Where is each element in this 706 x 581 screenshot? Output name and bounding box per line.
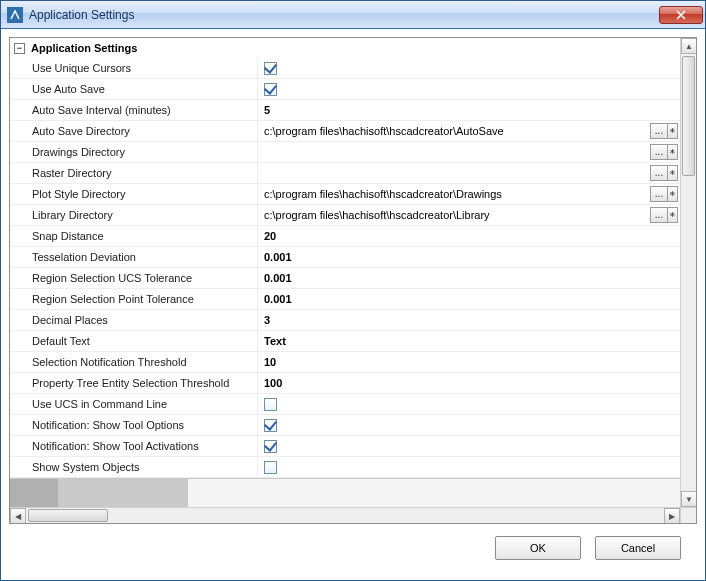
prop-row: Library Directory c:\program files\hachi… [10,205,680,226]
prop-row: Raster Directory ... ∗ [10,163,680,184]
prop-value[interactable]: 0.001 [258,247,680,267]
checkbox-notif-tool-options[interactable] [264,419,277,432]
prop-row: Decimal Places 3 [10,310,680,331]
ok-button[interactable]: OK [495,536,581,560]
path-text: c:\program files\hachisoft\hscadcreator\… [264,125,504,137]
prop-label: Use Unique Cursors [10,58,258,78]
browse-button[interactable]: ... [650,123,668,139]
prop-row: Notification: Show Tool Options [10,415,680,436]
prop-label: Tesselation Deviation [10,247,258,267]
prop-row: Tesselation Deviation 0.001 [10,247,680,268]
dropdown-aux-button[interactable]: ∗ [668,186,678,202]
scroll-down-arrow[interactable]: ▼ [681,491,697,507]
window-title: Application Settings [29,8,134,22]
browse-button[interactable]: ... [650,207,668,223]
prop-row: Region Selection Point Tolerance 0.001 [10,289,680,310]
dialog-button-row: OK Cancel [9,524,697,572]
prop-value[interactable]: 100 [258,373,680,393]
browse-button[interactable]: ... [650,186,668,202]
vertical-scrollbar[interactable]: ▲ ▼ [680,38,696,507]
prop-value[interactable]: 3 [258,310,680,330]
prop-label: Drawings Directory [10,142,258,162]
prop-row: Selection Notification Threshold 10 [10,352,680,373]
cancel-button[interactable]: Cancel [595,536,681,560]
dropdown-aux-button[interactable]: ∗ [668,207,678,223]
description-pane [10,478,680,507]
prop-label: Snap Distance [10,226,258,246]
prop-row: Region Selection UCS Tolerance 0.001 [10,268,680,289]
prop-label: Plot Style Directory [10,184,258,204]
group-header: − Application Settings [10,38,680,58]
prop-label: Raster Directory [10,163,258,183]
checkbox-use-ucs-cmdline[interactable] [264,398,277,411]
settings-window: Application Settings − Application Setti… [0,0,706,581]
prop-value[interactable]: ... ∗ [258,142,680,162]
group-title: Application Settings [31,42,137,54]
prop-value[interactable]: c:\program files\hachisoft\hscadcreator\… [258,121,680,141]
prop-value[interactable]: ... ∗ [258,163,680,183]
titlebar[interactable]: Application Settings [1,1,705,29]
dropdown-aux-button[interactable]: ∗ [668,123,678,139]
prop-label: Show System Objects [10,457,258,477]
property-grid: − Application Settings Use Unique Cursor… [9,37,697,524]
close-button[interactable] [659,6,703,24]
prop-row: Plot Style Directory c:\program files\ha… [10,184,680,205]
prop-label: Auto Save Interval (minutes) [10,100,258,120]
browse-button[interactable]: ... [650,144,668,160]
checkbox-use-unique-cursors[interactable] [264,62,277,75]
prop-row: Use Auto Save [10,79,680,100]
prop-row: Use Unique Cursors [10,58,680,79]
prop-value[interactable]: Text [258,331,680,351]
prop-label: Auto Save Directory [10,121,258,141]
prop-label: Use UCS in Command Line [10,394,258,414]
prop-label: Region Selection UCS Tolerance [10,268,258,288]
checkbox-use-auto-save[interactable] [264,83,277,96]
prop-row: Show System Objects [10,457,680,478]
prop-label: Notification: Show Tool Activations [10,436,258,456]
prop-value[interactable]: 20 [258,226,680,246]
prop-row: Snap Distance 20 [10,226,680,247]
prop-row: Default Text Text [10,331,680,352]
prop-label: Notification: Show Tool Options [10,415,258,435]
prop-row: Drawings Directory ... ∗ [10,142,680,163]
prop-label: Property Tree Entity Selection Threshold [10,373,258,393]
prop-row: Notification: Show Tool Activations [10,436,680,457]
checkbox-show-system-objects[interactable] [264,461,277,474]
prop-label: Selection Notification Threshold [10,352,258,372]
app-icon [7,7,23,23]
scroll-corner [680,507,696,523]
dropdown-aux-button[interactable]: ∗ [668,144,678,160]
scroll-right-arrow[interactable]: ▶ [664,508,680,524]
prop-label: Decimal Places [10,310,258,330]
scroll-thumb-h[interactable] [28,509,108,522]
scroll-left-arrow[interactable]: ◀ [10,508,26,524]
content-area: − Application Settings Use Unique Cursor… [1,29,705,580]
collapse-toggle[interactable]: − [14,43,25,54]
close-icon [676,10,686,20]
checkbox-notif-tool-activations[interactable] [264,440,277,453]
browse-button[interactable]: ... [650,165,668,181]
horizontal-scrollbar[interactable]: ◀ ▶ [10,507,680,523]
scroll-thumb[interactable] [682,56,695,176]
prop-label: Region Selection Point Tolerance [10,289,258,309]
prop-row: Auto Save Directory c:\program files\hac… [10,121,680,142]
prop-value[interactable]: 0.001 [258,289,680,309]
scroll-up-arrow[interactable]: ▲ [681,38,697,54]
prop-label: Library Directory [10,205,258,225]
prop-row: Use UCS in Command Line [10,394,680,415]
prop-row: Auto Save Interval (minutes) 5 [10,100,680,121]
prop-value[interactable]: 10 [258,352,680,372]
dropdown-aux-button[interactable]: ∗ [668,165,678,181]
prop-value[interactable]: c:\program files\hachisoft\hscadcreator\… [258,184,680,204]
prop-value[interactable]: 5 [258,100,680,120]
prop-label: Default Text [10,331,258,351]
prop-label: Use Auto Save [10,79,258,99]
prop-value[interactable]: c:\program files\hachisoft\hscadcreator\… [258,205,680,225]
path-text: c:\program files\hachisoft\hscadcreator\… [264,209,490,221]
path-text: c:\program files\hachisoft\hscadcreator\… [264,188,502,200]
prop-value[interactable]: 0.001 [258,268,680,288]
prop-row: Property Tree Entity Selection Threshold… [10,373,680,394]
